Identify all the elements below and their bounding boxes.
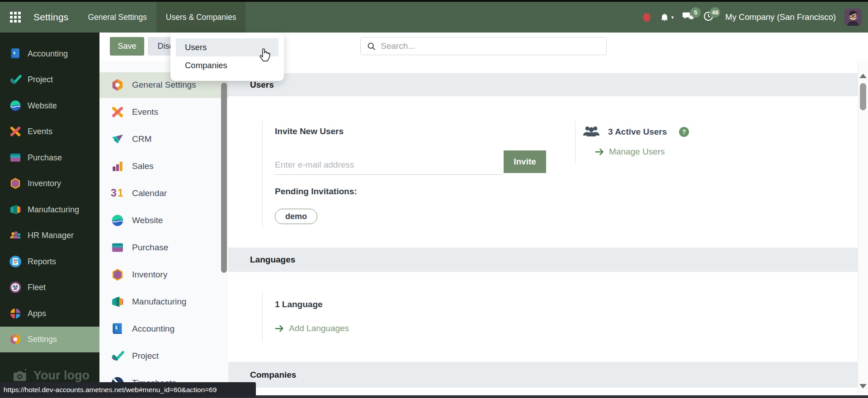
accounting-icon: $ bbox=[111, 322, 124, 336]
link-label: Manage Users bbox=[609, 147, 665, 157]
invite-button[interactable]: Invite bbox=[504, 150, 546, 173]
active-users-label: 3 Active Users bbox=[608, 127, 667, 137]
inventory-icon bbox=[111, 268, 124, 281]
search-input[interactable] bbox=[381, 38, 602, 54]
settings-sidebar-scrollbar[interactable] bbox=[221, 83, 227, 273]
svg-text:1: 1 bbox=[118, 187, 123, 199]
sidebar-item-hr-manager[interactable]: HR Manager bbox=[0, 224, 99, 247]
messages-count-badge: 5 bbox=[690, 7, 701, 18]
settings-tab-accounting[interactable]: $Accounting bbox=[99, 320, 222, 338]
menu-general-settings[interactable]: General Settings bbox=[78, 2, 156, 33]
main-scrollbar[interactable] bbox=[858, 61, 868, 395]
bell-icon[interactable] bbox=[659, 12, 670, 23]
company-logo[interactable]: Your logo bbox=[13, 368, 90, 383]
settings-tab-project[interactable]: Project bbox=[99, 347, 222, 365]
save-button[interactable]: Save bbox=[110, 37, 144, 56]
sidebar-item-apps[interactable]: Apps bbox=[0, 302, 99, 325]
settings-tab-label: Website bbox=[132, 215, 163, 225]
calendar-icon: 31 bbox=[111, 187, 124, 200]
sidebar-item-label: Project bbox=[28, 75, 53, 84]
sidebar-item-label: Settings bbox=[28, 335, 57, 344]
sidebar-item-settings[interactable]: Settings bbox=[0, 328, 99, 351]
manufacturing-icon bbox=[9, 203, 22, 216]
accounting-icon: $ bbox=[9, 47, 22, 60]
sidebar-item-inventory[interactable]: Inventory bbox=[0, 172, 99, 195]
user-avatar[interactable] bbox=[844, 9, 862, 26]
sidebar-item-website[interactable]: Website bbox=[0, 94, 99, 117]
section-title: Users bbox=[250, 80, 274, 90]
sidebar-item-manufacturing[interactable]: Manufacturing bbox=[0, 198, 99, 221]
sidebar-item-fleet[interactable]: Fleet bbox=[0, 276, 99, 299]
sidebar-item-label: Accounting bbox=[28, 49, 68, 59]
sidebar-item-label: Apps bbox=[28, 309, 46, 318]
messages-menu[interactable]: 5 bbox=[682, 11, 694, 23]
purchase-icon bbox=[9, 151, 22, 164]
settings-content: Users Invite New Users Invite Pending In… bbox=[228, 61, 858, 395]
app-sidebar: $Accounting Project Website Events Purch… bbox=[0, 33, 99, 398]
sidebar-item-project[interactable]: Project bbox=[0, 68, 99, 91]
help-icon[interactable]: ? bbox=[679, 127, 689, 137]
add-languages-link[interactable]: Add Languages bbox=[275, 323, 349, 333]
settings-tab-label: Sales bbox=[132, 161, 154, 171]
arrow-right-icon bbox=[595, 148, 605, 156]
invite-new-users-heading: Invite New Users bbox=[275, 126, 344, 136]
website-icon bbox=[9, 99, 22, 112]
svg-text:3: 3 bbox=[111, 187, 117, 199]
sidebar-item-purchase[interactable]: Purchase bbox=[0, 146, 99, 169]
settings-tab-sales[interactable]: Sales bbox=[99, 157, 222, 175]
sidebar-item-label: Manufacturing bbox=[28, 205, 79, 215]
pending-invitation-tag[interactable]: demo bbox=[275, 209, 317, 224]
settings-tab-label: Manufacturing bbox=[132, 297, 186, 307]
manage-users-link[interactable]: Manage Users bbox=[595, 147, 665, 157]
settings-tab-calendar[interactable]: 31Calendar bbox=[99, 184, 222, 202]
fleet-icon bbox=[9, 281, 22, 294]
settings-tab-label: Calendar bbox=[132, 188, 167, 198]
link-label: Add Languages bbox=[289, 323, 349, 333]
settings-tab-crm[interactable]: CRM bbox=[99, 130, 222, 148]
scroll-up-arrow-icon[interactable] bbox=[859, 74, 867, 78]
hr-icon bbox=[9, 229, 22, 242]
sidebar-item-label: Purchase bbox=[28, 153, 62, 163]
setting-block-divider bbox=[575, 121, 576, 164]
events-icon bbox=[9, 125, 22, 138]
link-status-bar: https://hotel.dev-accounts.ametnes.net/w… bbox=[0, 382, 256, 397]
section-header-languages: Languages bbox=[228, 248, 858, 272]
sidebar-item-reports[interactable]: Reports bbox=[0, 250, 99, 273]
invite-email-field[interactable] bbox=[275, 155, 503, 175]
notifications-menu[interactable]: ▾ bbox=[659, 12, 674, 23]
scroll-down-arrow-icon[interactable] bbox=[859, 384, 867, 389]
company-switcher[interactable]: My Company (San Francisco) bbox=[725, 12, 836, 22]
settings-tab-website[interactable]: Website bbox=[99, 211, 222, 229]
settings-tab-manufacturing[interactable]: Manufacturing bbox=[99, 293, 222, 311]
project-icon bbox=[9, 73, 22, 86]
website-icon bbox=[111, 214, 124, 227]
sidebar-item-events[interactable]: Events bbox=[0, 120, 99, 143]
status-url: https://hotel.dev-accounts.ametnes.net/w… bbox=[4, 386, 217, 394]
top-navbar: Settings General Settings Users & Compan… bbox=[0, 2, 868, 33]
scrollbar-thumb[interactable] bbox=[860, 83, 866, 110]
settings-tab-label: Inventory bbox=[132, 270, 167, 280]
settings-tab-events[interactable]: Events bbox=[99, 103, 222, 121]
apps-grid-icon[interactable] bbox=[10, 12, 21, 23]
activities-menu[interactable]: 48 bbox=[703, 11, 714, 23]
language-count-label: 1 Language bbox=[275, 300, 323, 309]
chevron-down-icon: ▾ bbox=[671, 14, 674, 20]
search-box bbox=[360, 37, 607, 55]
menu-users-companies[interactable]: Users & Companies bbox=[156, 2, 246, 33]
section-header-companies: Companies bbox=[228, 362, 858, 388]
crm-icon bbox=[111, 132, 124, 146]
svg-text:$: $ bbox=[13, 50, 16, 55]
settings-hexagon-icon bbox=[9, 333, 22, 346]
inventory-icon bbox=[9, 177, 22, 190]
settings-tab-purchase[interactable]: Purchase bbox=[99, 239, 222, 257]
settings-tab-label: Project bbox=[132, 351, 159, 361]
sidebar-item-accounting[interactable]: $Accounting bbox=[0, 42, 99, 66]
settings-tab-label: Accounting bbox=[132, 324, 175, 334]
setting-block-divider bbox=[262, 291, 263, 342]
users-group-icon bbox=[582, 124, 600, 139]
section-title: Companies bbox=[250, 370, 296, 380]
main-menu: General Settings Users & Companies bbox=[78, 2, 245, 33]
camera-icon bbox=[13, 368, 29, 383]
manufacturing-icon bbox=[111, 295, 124, 309]
settings-tab-inventory[interactable]: Inventory bbox=[99, 266, 222, 284]
